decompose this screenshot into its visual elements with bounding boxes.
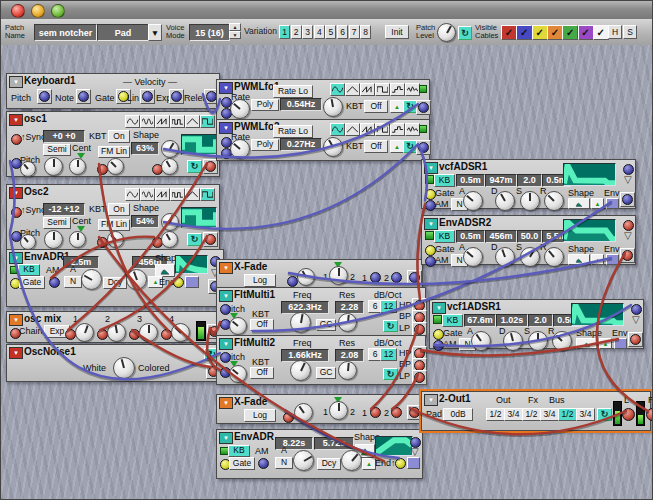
wave-sine-button[interactable] — [125, 115, 140, 128]
lp-out-jack[interactable] — [414, 324, 425, 335]
collapse-button[interactable]: ▼ — [424, 394, 438, 406]
patch-level-knob[interactable] — [437, 23, 456, 42]
module-envadr1[interactable]: ▼EnvADR12.5m456mShapeKBAMANDcy▲EndGate▽ — [6, 249, 224, 307]
env-mod-button[interactable] — [407, 457, 420, 469]
kbt-on-button[interactable]: On — [108, 130, 130, 143]
module-osc1[interactable]: ▼osc1↑Sync+0 +0KBTOnShape63%SemiCentPitc… — [6, 111, 220, 177]
in2-jack[interactable] — [391, 407, 402, 418]
out-jack[interactable] — [409, 272, 420, 283]
mute-button[interactable]: ↻ — [403, 140, 417, 153]
pitch-knob[interactable] — [229, 317, 247, 335]
n-button[interactable]: N — [275, 457, 293, 469]
collapse-button[interactable]: ▼ — [9, 252, 23, 264]
kbt-off-button[interactable]: Off — [364, 140, 388, 153]
tune-display[interactable]: -12 +12 — [43, 203, 85, 216]
close-button[interactable] — [11, 4, 25, 18]
signal-out-jack[interactable] — [630, 334, 641, 345]
pitch-knob[interactable] — [229, 365, 247, 383]
module-fltmulti1[interactable]: ▼FltMulti1FreqResdB/Oct622.3Hz2.28612HPP… — [216, 287, 426, 337]
fm-lin-button[interactable]: FM Lin — [98, 219, 130, 231]
wave-saw-button[interactable] — [155, 115, 170, 128]
collapse-button[interactable]: ▼ — [9, 187, 23, 199]
attack-knob[interactable] — [463, 191, 483, 211]
shape-display[interactable]: 54% — [131, 215, 159, 228]
patch-name-field[interactable]: sem notcher — [34, 24, 97, 41]
module-keyboard1[interactable]: ▼Keyboard1PitchNoteGate— Velocity —LinEx… — [6, 73, 220, 109]
am-in-jack[interactable] — [258, 458, 269, 469]
velocity-exp-jack[interactable] — [169, 89, 184, 104]
variation-6-button[interactable]: 6 — [337, 25, 348, 39]
cable-color-white-checkbox[interactable]: ✓ — [593, 25, 609, 40]
kbt-off-button[interactable]: Off — [250, 367, 274, 379]
shape-knob[interactable] — [161, 140, 179, 158]
pitch-knob[interactable] — [20, 234, 36, 250]
out-jack[interactable] — [407, 405, 422, 420]
release-knob[interactable] — [544, 191, 564, 211]
in1-jack[interactable] — [370, 407, 381, 418]
fm-knob[interactable] — [107, 231, 124, 248]
collapse-button[interactable]: ▼ — [424, 162, 438, 174]
decay-knob[interactable] — [495, 247, 515, 267]
mix-mod-knob[interactable] — [297, 268, 315, 286]
slope-12-button[interactable]: 12 — [380, 300, 397, 313]
poly-button[interactable]: Poly — [251, 139, 279, 151]
color-knob[interactable] — [113, 357, 135, 379]
wave-tri-button[interactable] — [185, 188, 200, 201]
kb-button[interactable]: KB — [442, 314, 463, 327]
audio-out-jack[interactable] — [205, 234, 216, 245]
signal-out-jack[interactable] — [628, 332, 643, 347]
ch2-level-knob[interactable] — [107, 323, 126, 342]
log-button[interactable]: Log — [244, 409, 276, 422]
tune-display[interactable]: +0 +0 — [43, 130, 85, 143]
category-select[interactable]: Pad — [97, 24, 149, 41]
res-knob[interactable] — [338, 361, 357, 380]
module-2-out1[interactable]: ▼2-Out1OutFxBusPad0dB1/23/41/23/41/23/4↻… — [421, 391, 651, 431]
shape-mod-knob[interactable] — [161, 231, 178, 248]
in2-jack[interactable] — [391, 272, 402, 283]
in1-jack[interactable] — [370, 272, 381, 283]
cable-color-green-checkbox[interactable]: ✓ — [562, 25, 578, 40]
pitch-knob[interactable] — [20, 161, 36, 177]
velocity-exp-jack[interactable] — [171, 91, 182, 102]
env-mod-button[interactable] — [614, 338, 627, 349]
variation-2-button[interactable]: 2 — [291, 25, 302, 39]
res-display[interactable]: 2.08 — [335, 349, 364, 362]
velocity-lin-jack[interactable] — [140, 89, 155, 104]
semi-knob[interactable] — [44, 230, 63, 249]
mute-button[interactable]: ↻ — [187, 160, 202, 173]
wave-tri-button[interactable] — [345, 83, 360, 96]
module-pwmlfo1[interactable]: ▼PWMLfo1RateRate LoPoly0.54HzKBTOff▲↻ — [216, 79, 430, 121]
init-button[interactable]: Init — [385, 25, 409, 39]
wave-sine2-button[interactable] — [140, 188, 155, 201]
mix-knob[interactable] — [329, 401, 348, 420]
collapse-button[interactable]: ▼ — [9, 347, 23, 359]
lfo-out-jack[interactable] — [416, 100, 431, 115]
bus-12-button[interactable]: 1/2 — [558, 408, 577, 421]
rate-knob[interactable] — [323, 97, 343, 117]
rate-display[interactable]: 0.27Hz — [280, 138, 322, 151]
module-fltmulti2[interactable]: ▼FltMulti2FreqResdB/Oct1.66kHz2.08612HPP… — [216, 335, 426, 385]
env-mod-button[interactable] — [606, 198, 619, 209]
decay-display[interactable]: 5.72s — [314, 437, 354, 450]
signal-out-jack[interactable] — [622, 250, 633, 261]
shape-display[interactable]: 63% — [131, 142, 159, 155]
collapse-button[interactable]: ▼ — [9, 76, 23, 88]
module-oscnoise1[interactable]: ▼OscNoise1↻WhiteColored — [6, 344, 226, 382]
attack-knob[interactable] — [81, 269, 102, 290]
res-knob[interactable] — [338, 313, 357, 332]
shape-curve-button[interactable] — [576, 338, 598, 349]
decay-display[interactable]: 947m — [485, 174, 517, 187]
ch4-level-knob[interactable] — [171, 323, 190, 342]
slope-12-button[interactable]: 12 — [380, 348, 397, 361]
module-vcfadsr1[interactable]: ▼vcfADSR1KB0.5m947m2.00.5mGateAMNADSRSha… — [421, 159, 636, 209]
wave-square-button[interactable] — [200, 188, 215, 201]
stepper-down-icon[interactable]: ▼ — [229, 31, 241, 39]
wave-sine2-button[interactable] — [140, 115, 155, 128]
sustain-knob[interactable] — [528, 331, 548, 351]
left-in-jack[interactable] — [622, 408, 635, 421]
wave-steps-button[interactable] — [390, 123, 405, 136]
velocity-lin-jack[interactable] — [142, 91, 153, 102]
rate-lo-button[interactable]: Rate Lo — [273, 125, 313, 138]
variation-3-button[interactable]: 3 — [302, 25, 313, 39]
pitch-out-jack[interactable] — [39, 91, 50, 102]
